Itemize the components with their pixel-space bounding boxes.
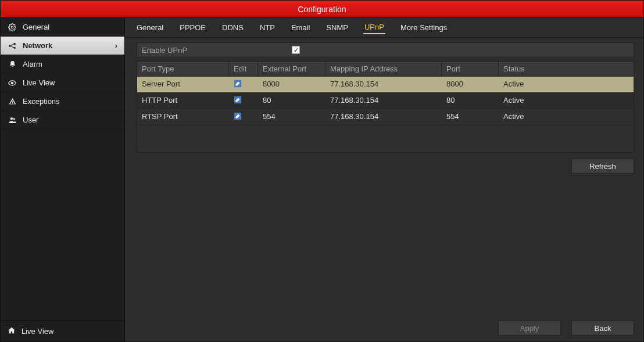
sidebar-item-label: Live View: [23, 78, 55, 87]
tab-upnp[interactable]: UPnP: [363, 21, 385, 34]
apply-button[interactable]: Apply: [498, 321, 561, 336]
cell-mapping-ip: 77.168.30.154: [325, 93, 442, 109]
table-header: Port Type Edit External Port Mapping IP …: [137, 62, 634, 77]
th-edit: Edit: [229, 62, 258, 76]
tab-more-settings[interactable]: More Settings: [399, 21, 448, 34]
sidebar-item-network[interactable]: Network ›: [1, 37, 124, 55]
cell-status: Active: [499, 93, 634, 109]
table-row[interactable]: Server Port 8000 77.168.30.154 8000 Acti…: [137, 77, 634, 93]
th-external-port: External Port: [258, 62, 325, 76]
sidebar-item-general[interactable]: General: [1, 18, 124, 37]
sidebar-item-label: Exceptions: [23, 97, 60, 106]
table-empty-space: [137, 125, 634, 152]
tab-snmp[interactable]: SNMP: [325, 21, 349, 34]
warning-icon: [8, 97, 17, 106]
eye-icon: [8, 78, 17, 88]
cell-port: 80: [442, 93, 499, 109]
svg-point-0: [11, 26, 13, 28]
th-status: Status: [499, 62, 634, 76]
cell-edit: [229, 93, 258, 109]
cell-status: Active: [499, 109, 634, 125]
port-table: Port Type Edit External Port Mapping IP …: [137, 61, 634, 153]
bell-icon: [8, 60, 17, 69]
sidebar: General Network › Alarm: [1, 18, 125, 341]
svg-point-6: [13, 118, 15, 120]
edit-icon[interactable]: [234, 96, 242, 104]
sidebar-item-label: User: [23, 116, 38, 124]
refresh-button[interactable]: Refresh: [571, 159, 634, 174]
th-port: Port: [442, 62, 499, 76]
sidebar-item-label: Alarm: [23, 60, 42, 69]
th-port-type: Port Type: [137, 62, 229, 76]
cell-edit: [229, 109, 258, 125]
svg-point-5: [10, 117, 12, 120]
sidebar-item-exceptions[interactable]: Exceptions: [1, 92, 124, 111]
sidebar-footer-label: Live View: [22, 327, 53, 336]
cell-port: 554: [442, 109, 499, 125]
edit-icon[interactable]: [234, 80, 242, 88]
table-row[interactable]: RTSP Port 554 77.168.30.154 554 Active: [137, 109, 634, 125]
cell-port-type: RTSP Port: [137, 109, 229, 125]
back-button[interactable]: Back: [571, 321, 634, 336]
tab-ddns[interactable]: DDNS: [221, 21, 245, 34]
cell-external-port: 554: [258, 109, 325, 125]
cell-port: 8000: [442, 77, 499, 92]
tab-general[interactable]: General: [135, 21, 164, 34]
home-icon: [8, 326, 16, 336]
enable-upnp-checkbox[interactable]: ✓: [292, 46, 300, 54]
svg-point-1: [9, 45, 10, 47]
sidebar-item-label: Network: [23, 41, 52, 50]
page-title: Configuration: [298, 5, 346, 14]
footer-buttons: Apply Back: [137, 314, 634, 336]
sidebar-item-live-view[interactable]: Live View: [1, 74, 124, 92]
sidebar-item-user[interactable]: User: [1, 111, 124, 129]
cell-external-port: 8000: [258, 77, 325, 92]
content: Enable UPnP ✓ Port Type Edit External Po…: [125, 38, 643, 341]
gear-icon: [8, 23, 17, 32]
network-icon: [8, 41, 17, 51]
user-icon: [8, 116, 17, 125]
table-row[interactable]: HTTP Port 80 77.168.30.154 80 Active: [137, 93, 634, 109]
chevron-right-icon: ›: [115, 42, 117, 50]
sidebar-list: General Network › Alarm: [1, 18, 124, 321]
tab-ntp[interactable]: NTP: [259, 21, 276, 34]
titlebar: Configuration: [1, 1, 643, 18]
configuration-window: Configuration General Network ›: [0, 0, 644, 342]
cell-edit: [229, 77, 258, 92]
cell-port-type: Server Port: [137, 77, 229, 92]
svg-point-3: [13, 46, 16, 49]
sidebar-footer-live-view[interactable]: Live View: [1, 321, 124, 341]
cell-port-type: HTTP Port: [137, 93, 229, 109]
cell-external-port: 80: [258, 93, 325, 109]
body: General Network › Alarm: [1, 18, 643, 341]
main: General PPPOE DDNS NTP Email SNMP UPnP M…: [125, 18, 643, 341]
sidebar-item-alarm[interactable]: Alarm: [1, 55, 124, 74]
th-mapping-ip: Mapping IP Address: [325, 62, 442, 76]
cell-mapping-ip: 77.168.30.154: [325, 77, 442, 92]
cell-status: Active: [499, 77, 634, 92]
cell-mapping-ip: 77.168.30.154: [325, 109, 442, 125]
edit-icon[interactable]: [234, 112, 242, 120]
tab-pppoe[interactable]: PPPOE: [178, 21, 207, 34]
tab-email[interactable]: Email: [290, 21, 312, 34]
svg-point-2: [13, 42, 16, 45]
svg-point-4: [11, 82, 13, 84]
enable-upnp-row: Enable UPnP ✓: [137, 42, 634, 57]
enable-upnp-label: Enable UPnP: [142, 46, 287, 55]
refresh-row: Refresh: [137, 159, 634, 174]
tabs: General PPPOE DDNS NTP Email SNMP UPnP M…: [125, 18, 643, 38]
sidebar-item-label: General: [23, 23, 49, 31]
